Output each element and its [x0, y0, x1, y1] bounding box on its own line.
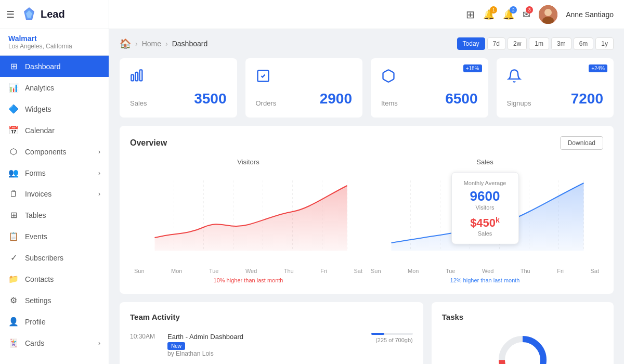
- profile-icon: 👤: [8, 317, 19, 327]
- progress-bar-fill: [371, 333, 385, 335]
- sidebar-label-tables: Tables: [25, 211, 100, 219]
- sidebar-item-settings[interactable]: ⚙ Settings: [0, 290, 109, 311]
- logo: Lead: [21, 6, 65, 23]
- analytics-icon: 📊: [8, 83, 19, 93]
- breadcrumb-separator: ›: [135, 40, 138, 48]
- sales-icon: [130, 69, 227, 86]
- time-btn-2w[interactable]: 2w: [508, 37, 527, 50]
- sidebar-item-subscribers[interactable]: ✓ Subscribers: [0, 247, 109, 268]
- sidebar-label-forms: Forms: [25, 169, 92, 177]
- svg-rect-7: [136, 72, 138, 81]
- stat-card-items: +18% Items 6500: [371, 58, 488, 118]
- subscribers-icon: ✓: [8, 253, 19, 263]
- home-icon[interactable]: 🏠: [120, 38, 131, 49]
- invoices-icon: 🗒: [8, 189, 19, 199]
- nav-arrow-forms: ›: [98, 170, 100, 177]
- charts-row: Visitors: [130, 158, 603, 283]
- svg-point-4: [544, 9, 552, 16]
- monthly-sales-value: $450k: [461, 216, 509, 230]
- svg-rect-8: [140, 70, 142, 81]
- activity-name: Earth - Admin Dashboard: [167, 333, 365, 341]
- sidebar-item-cards[interactable]: 🃏 Cards ›: [0, 332, 109, 354]
- avatar: [539, 5, 557, 24]
- progress-text: (225 of 700gb): [371, 337, 413, 343]
- sidebar-label-components: Components: [25, 148, 92, 156]
- x-axis-mon: Mon: [171, 268, 182, 274]
- stat-value-signups: 7200: [571, 90, 603, 107]
- sales-x-axis: Sun Mon Tue Wed Thu Fri Sat: [367, 266, 603, 274]
- sidebar-item-events[interactable]: 📋 Events: [0, 226, 109, 247]
- monthly-avg-wrapper: Monthly Average 9600 Visitors $450k Sale…: [367, 158, 603, 283]
- activity-time: 10:30AM: [130, 333, 161, 340]
- sidebar-label-analytics: Analytics: [25, 84, 100, 92]
- calendar-icon: 📅: [8, 125, 19, 135]
- donut-chart: [442, 329, 603, 364]
- activity-info: Earth - Admin Dashboard New by Elnathan …: [167, 333, 365, 357]
- mail-icon[interactable]: ✉3: [523, 9, 530, 20]
- time-btn-7d[interactable]: 7d: [487, 37, 505, 50]
- overview-section: Overview Download Visitors: [120, 126, 614, 294]
- sidebar-item-calendar[interactable]: 📅 Calendar: [0, 120, 109, 141]
- tasks-panel: Tasks: [432, 302, 614, 364]
- overview-header: Overview Download: [130, 136, 603, 150]
- svg-rect-6: [131, 75, 134, 81]
- monthly-avg-label: Monthly Average: [461, 180, 509, 186]
- sidebar-item-components[interactable]: ⬡ Components ›: [0, 141, 109, 162]
- x-axis-thu: Thu: [284, 268, 294, 274]
- alert-icon[interactable]: 🔔1: [483, 9, 495, 20]
- visitors-footer: 10% higher than last month: [130, 277, 367, 283]
- stat-label-signups: Signups: [507, 99, 531, 107]
- monthly-sales-label: Sales: [461, 230, 509, 237]
- grid-icon[interactable]: ⊞: [466, 8, 475, 21]
- breadcrumb: 🏠 › Home › Dashboard Today7d2w1m3m6m1y: [120, 37, 614, 50]
- sidebar-label-dashboard: Dashboard: [25, 62, 100, 71]
- time-btn-3m[interactable]: 3m: [551, 37, 571, 50]
- activity-new-badge: New: [167, 342, 185, 350]
- time-btn-6m[interactable]: 6m: [574, 37, 594, 50]
- sales-chart-title: Sales: [367, 158, 603, 166]
- nav-arrow-components: ›: [98, 148, 100, 155]
- time-btn-today[interactable]: Today: [457, 37, 485, 50]
- nav-list: ⊞ Dashboard 📊 Analytics 🔷 Widgets 📅 Cale…: [0, 56, 109, 354]
- stat-label-items: Items: [381, 99, 398, 107]
- x-axis-tue: Tue: [209, 268, 219, 274]
- mail-badge: 3: [526, 6, 533, 14]
- time-btn-1m[interactable]: 1m: [529, 37, 549, 50]
- hamburger-icon[interactable]: ☰: [6, 9, 15, 20]
- sidebar: ☰ Lead Walmart Los Angeles, California ⊞…: [0, 0, 109, 364]
- visitors-chart-svg: [130, 170, 367, 264]
- breadcrumb-current: Dashboard: [172, 40, 208, 48]
- visitors-chart-title: Visitors: [130, 158, 367, 166]
- sidebar-item-profile[interactable]: 👤 Profile: [0, 311, 109, 332]
- cards-icon: 🃏: [8, 338, 19, 348]
- download-button[interactable]: Download: [560, 136, 603, 150]
- breadcrumb-home-label[interactable]: Home: [142, 40, 161, 48]
- components-icon: ⬡: [8, 147, 19, 157]
- monthly-avg-overlay: Monthly Average 9600 Visitors $450k Sale…: [451, 172, 519, 244]
- topbar: ⊞ 🔔1 🔔2 ✉3 Anne Santiago: [109, 0, 624, 29]
- stat-badge-signups: +24%: [589, 64, 607, 72]
- widgets-icon: 🔷: [8, 104, 19, 114]
- sidebar-item-analytics[interactable]: 📊 Analytics: [0, 77, 109, 98]
- stat-value-sales: 3500: [194, 90, 226, 107]
- logo-icon: [21, 6, 37, 23]
- k-suffix: k: [496, 216, 500, 224]
- visitors-x-axis: Sun Mon Tue Wed Thu Fri Sat: [130, 266, 367, 274]
- sidebar-item-forms[interactable]: 👥 Forms ›: [0, 162, 109, 184]
- sidebar-item-dashboard[interactable]: ⊞ Dashboard: [0, 56, 109, 77]
- sidebar-item-invoices[interactable]: 🗒 Invoices ›: [0, 184, 109, 204]
- topbar-icons: ⊞ 🔔1 🔔2 ✉3 Anne Santiago: [466, 5, 614, 24]
- contacts-icon: 📁: [8, 274, 19, 284]
- workspace-info: Walmart Los Angeles, California: [0, 29, 109, 56]
- time-btn-1y[interactable]: 1y: [595, 37, 614, 50]
- sidebar-label-contacts: Contacts: [25, 275, 100, 283]
- sidebar-label-cards: Cards: [25, 339, 92, 347]
- sidebar-item-contacts[interactable]: 📁 Contacts: [0, 268, 109, 290]
- sidebar-item-tables[interactable]: ⊞ Tables: [0, 204, 109, 226]
- sidebar-item-widgets[interactable]: 🔷 Widgets: [0, 98, 109, 120]
- stat-label-orders: Orders: [256, 99, 277, 107]
- orders-icon: [256, 69, 353, 86]
- notification-icon[interactable]: 🔔2: [503, 9, 514, 20]
- dashboard-icon: ⊞: [8, 61, 19, 71]
- stat-card-signups: +24% Signups 7200: [497, 58, 614, 118]
